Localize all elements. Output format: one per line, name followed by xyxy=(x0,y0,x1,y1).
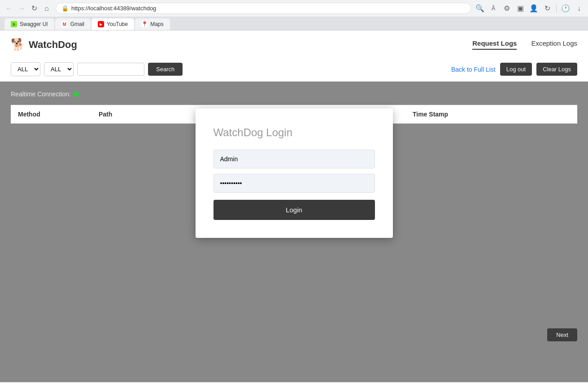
swagger-favicon: S xyxy=(11,21,17,27)
search-input[interactable] xyxy=(77,63,144,76)
main-area: Realtime Connection: Method Path Status … xyxy=(0,82,588,350)
tab-gmail-label: Gmail xyxy=(70,21,84,27)
search-button[interactable]: Search xyxy=(148,63,183,76)
font-icon[interactable]: Â xyxy=(489,4,498,13)
next-button[interactable]: Next xyxy=(547,328,577,341)
password-input[interactable] xyxy=(213,174,375,193)
search-icon[interactable]: 🔍 xyxy=(475,4,484,13)
home-icon[interactable]: ⌂ xyxy=(42,4,51,13)
tab-maps-label: Maps xyxy=(150,21,163,27)
lock-icon: 🔒 xyxy=(61,5,69,12)
tab-swagger[interactable]: S Swagger UI xyxy=(4,18,54,30)
clear-logs-button[interactable]: Clear Logs xyxy=(536,63,577,76)
update-icon[interactable]: ↻ xyxy=(543,4,552,13)
app-header-top: 🐕 WatchDog Request Logs Exception Logs xyxy=(0,30,588,52)
page-content: 🐕 WatchDog Request Logs Exception Logs A… xyxy=(0,30,588,382)
back-icon[interactable]: ← xyxy=(4,4,13,13)
app-logo: 🐕 WatchDog xyxy=(11,38,77,52)
address-bar[interactable]: 🔒 https://localhost:44389/watchdog xyxy=(56,3,471,14)
gmail-favicon: M xyxy=(61,21,68,27)
login-button[interactable]: Login xyxy=(213,200,375,220)
toolbar-left: ALL ALL Search xyxy=(11,62,183,76)
forward-icon[interactable]: → xyxy=(17,4,26,13)
browser-toolbar: ← → ↻ ⌂ 🔒 https://localhost:44389/watchd… xyxy=(0,0,588,17)
app-logo-text: WatchDog xyxy=(29,39,77,51)
nav-tabs: Request Logs Exception Logs xyxy=(472,39,577,50)
browser-right-icons: 🔍 Â ⚙ ▣ 👤 ↻ 🕐 ↓ xyxy=(475,4,584,13)
tab-youtube[interactable]: ▶ YouTube xyxy=(91,18,134,30)
url-text: https://localhost:44389/watchdog xyxy=(71,5,156,12)
tab-gmail[interactable]: M Gmail xyxy=(55,18,91,30)
username-input[interactable] xyxy=(213,150,375,168)
filter-select-2[interactable]: ALL xyxy=(44,62,74,76)
back-to-full-list-link[interactable]: Back to Full List xyxy=(451,66,496,73)
screenshot-icon[interactable]: ▣ xyxy=(516,4,525,13)
tab-youtube-label: YouTube xyxy=(107,21,128,27)
app-header: 🐕 WatchDog Request Logs Exception Logs A… xyxy=(0,30,588,82)
youtube-favicon: ▶ xyxy=(98,21,104,27)
browser-tabs: S Swagger UI M Gmail ▶ YouTube 📍 Maps xyxy=(0,17,588,30)
dog-icon: 🐕 xyxy=(11,38,25,52)
filter-select-1[interactable]: ALL xyxy=(11,62,40,76)
tab-maps[interactable]: 📍 Maps xyxy=(135,18,170,30)
maps-favicon: 📍 xyxy=(141,21,148,27)
modal-title: WatchDog Login xyxy=(213,126,375,139)
tab-request-logs[interactable]: Request Logs xyxy=(472,39,517,50)
browser-chrome: ← → ↻ ⌂ 🔒 https://localhost:44389/watchd… xyxy=(0,0,588,30)
toolbar-right: Back to Full List Log out Clear Logs xyxy=(451,63,577,76)
logout-button[interactable]: Log out xyxy=(500,63,532,76)
app-toolbar: ALL ALL Search Back to Full List Log out… xyxy=(0,57,588,82)
divider xyxy=(556,4,557,13)
extensions-icon[interactable]: ⚙ xyxy=(502,4,511,13)
history-icon[interactable]: 🕐 xyxy=(561,4,570,13)
reload-icon[interactable]: ↻ xyxy=(30,4,39,13)
profile-icon[interactable]: 👤 xyxy=(529,4,538,13)
download-icon[interactable]: ↓ xyxy=(575,4,584,13)
login-modal: WatchDog Login Login xyxy=(196,108,393,238)
tab-exception-logs[interactable]: Exception Logs xyxy=(531,39,577,50)
tab-swagger-label: Swagger UI xyxy=(20,21,48,27)
nav-icons: ← → ↻ ⌂ xyxy=(4,4,51,13)
modal-overlay: WatchDog Login Login xyxy=(0,82,588,350)
